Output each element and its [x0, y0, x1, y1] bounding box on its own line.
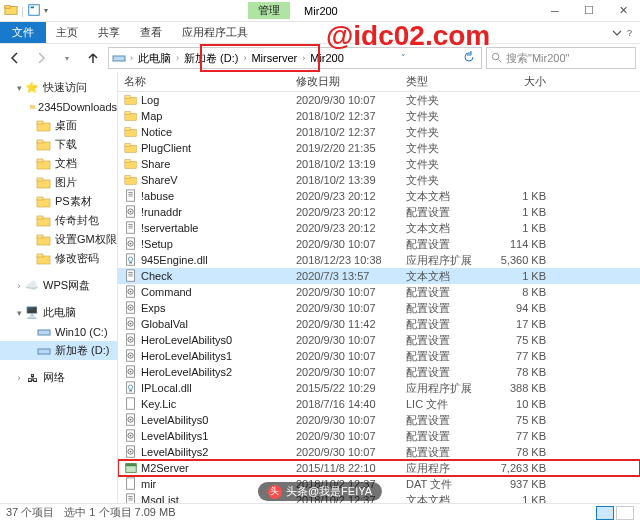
file-size: 10 KB: [486, 398, 566, 410]
file-type: 文件夹: [406, 109, 486, 124]
window-title: Mir200: [300, 5, 342, 17]
main-area: ▾⭐快速访问 2345Downloads桌面下载文档图片PS素材传奇封包设置GM…: [0, 72, 640, 503]
col-name[interactable]: 名称: [118, 74, 296, 89]
tree-item[interactable]: 2345Downloads: [0, 97, 117, 116]
svg-point-68: [130, 323, 132, 325]
file-name: mir: [141, 478, 156, 490]
column-headers[interactable]: 名称 修改日期 类型 大小: [118, 72, 640, 92]
qat-dropdown-icon[interactable]: ▾: [44, 6, 48, 15]
file-row[interactable]: Notice2018/10/2 12:37文件夹: [118, 124, 640, 140]
file-row[interactable]: HeroLevelAbilitys12020/9/30 10:07配置设置77 …: [118, 348, 640, 364]
crumb-mir200[interactable]: Mir200: [306, 52, 348, 64]
tree-item[interactable]: 桌面: [0, 116, 117, 135]
tree-item[interactable]: 设置GM权限: [0, 230, 117, 249]
file-name: LevelAbilitys0: [141, 414, 208, 426]
star-icon: ⭐: [24, 80, 40, 96]
file-row[interactable]: Log2020/9/30 10:07文件夹: [118, 92, 640, 108]
search-box[interactable]: 搜索"Mir200": [486, 47, 636, 69]
tree-item[interactable]: 新加卷 (D:): [0, 341, 117, 360]
col-type[interactable]: 类型: [406, 74, 486, 89]
crumb-pc[interactable]: 此电脑: [134, 51, 175, 66]
file-row[interactable]: Map2018/10/2 12:37文件夹: [118, 108, 640, 124]
file-row[interactable]: ShareV2018/10/2 13:39文件夹: [118, 172, 640, 188]
tree-item[interactable]: 文档: [0, 154, 117, 173]
ribbon-context-tab: 管理: [248, 2, 290, 19]
address-dropdown-icon[interactable]: ˅: [397, 53, 410, 63]
file-row[interactable]: IPLocal.dll2015/5/22 10:29应用程序扩展388 KB: [118, 380, 640, 396]
tab-view[interactable]: 查看: [130, 22, 172, 43]
file-size: 114 KB: [486, 238, 566, 250]
file-row[interactable]: Command2020/9/30 10:07配置设置8 KB: [118, 284, 640, 300]
tab-home[interactable]: 主页: [46, 22, 88, 43]
svg-rect-81: [127, 398, 135, 409]
address-bar[interactable]: › 此电脑 › 新加卷 (D:) › Mirserver › Mir200 ˅: [108, 47, 482, 69]
col-size[interactable]: 大小: [486, 74, 566, 89]
tree-item[interactable]: 传奇封包: [0, 211, 117, 230]
minimize-button[interactable]: ─: [538, 0, 572, 22]
tab-file[interactable]: 文件: [0, 22, 46, 43]
tab-app-tools[interactable]: 应用程序工具: [172, 22, 258, 43]
file-row[interactable]: Key.Lic2018/7/16 14:40LIC 文件10 KB: [118, 396, 640, 412]
tree-wps[interactable]: ›☁️WPS网盘: [0, 276, 117, 295]
tree-item[interactable]: 修改密码: [0, 249, 117, 268]
file-type: 配置设置: [406, 205, 486, 220]
file-name: GlobalVal: [141, 318, 188, 330]
ribbon-expand-icon[interactable]: ?: [603, 22, 640, 43]
file-row[interactable]: GlobalVal2020/9/30 11:42配置设置17 KB: [118, 316, 640, 332]
file-row[interactable]: LevelAbilitys12020/9/30 10:07配置设置77 KB: [118, 428, 640, 444]
folder-icon: [36, 232, 52, 248]
file-date: 2019/2/20 21:35: [296, 142, 406, 154]
back-button[interactable]: [4, 47, 26, 69]
file-row[interactable]: !Setup2020/9/30 10:07配置设置114 KB: [118, 236, 640, 252]
details-view-button[interactable]: [596, 506, 614, 520]
icons-view-button[interactable]: [616, 506, 634, 520]
tree-this-pc[interactable]: ▾🖥️此电脑: [0, 303, 117, 322]
file-row[interactable]: PlugClient2019/2/20 21:35文件夹: [118, 140, 640, 156]
recent-dropdown[interactable]: ▾: [56, 47, 78, 69]
file-date: 2020/9/30 10:07: [296, 94, 406, 106]
svg-rect-3: [30, 6, 34, 8]
col-date[interactable]: 修改日期: [296, 74, 406, 89]
file-row[interactable]: !runaddr2020/9/23 20:12配置设置1 KB: [118, 204, 640, 220]
file-row[interactable]: HeroLevelAbilitys02020/9/30 10:07配置设置75 …: [118, 332, 640, 348]
file-row[interactable]: !abuse2020/9/23 20:12文本文档1 KB: [118, 188, 640, 204]
forward-button[interactable]: [30, 47, 52, 69]
file-row[interactable]: HeroLevelAbilitys22020/9/30 10:07配置设置78 …: [118, 364, 640, 380]
file-list[interactable]: Log2020/9/30 10:07文件夹Map2018/10/2 12:37文…: [118, 92, 640, 503]
file-row[interactable]: LevelAbilitys02020/9/30 10:07配置设置75 KB: [118, 412, 640, 428]
folder-icon: [36, 175, 52, 191]
file-size: 78 KB: [486, 446, 566, 458]
tab-share[interactable]: 共享: [88, 22, 130, 43]
tree-network[interactable]: ›🖧网络: [0, 368, 117, 387]
file-row[interactable]: !servertable2020/9/23 20:12文本文档1 KB: [118, 220, 640, 236]
file-row[interactable]: LevelAbilitys22020/9/30 10:07配置设置78 KB: [118, 444, 640, 460]
svg-rect-93: [127, 478, 135, 489]
navigation-pane[interactable]: ▾⭐快速访问 2345Downloads桌面下载文档图片PS素材传奇封包设置GM…: [0, 72, 118, 503]
up-button[interactable]: [82, 47, 104, 69]
svg-line-6: [498, 59, 501, 62]
folder-icon: [124, 141, 138, 155]
svg-rect-12: [37, 140, 43, 143]
tree-quick-access[interactable]: ▾⭐快速访问: [0, 78, 117, 97]
close-button[interactable]: ✕: [606, 0, 640, 22]
tree-item[interactable]: 图片: [0, 173, 117, 192]
file-size: 1 KB: [486, 494, 566, 503]
tree-item[interactable]: Win10 (C:): [0, 322, 117, 341]
refresh-icon[interactable]: [459, 51, 479, 65]
crumb-drive[interactable]: 新加卷 (D:): [180, 51, 242, 66]
maximize-button[interactable]: ☐: [572, 0, 606, 22]
file-row[interactable]: Check2020/7/3 13:57文本文档1 KB: [118, 268, 640, 284]
crumb-mirserver[interactable]: Mirserver: [247, 52, 301, 64]
file-row[interactable]: 945Engine.dll2018/12/23 10:38应用程序扩展5,360…: [118, 252, 640, 268]
tree-item[interactable]: 下载: [0, 135, 117, 154]
file-date: 2018/10/2 12:37: [296, 126, 406, 138]
folder-icon: [124, 157, 138, 171]
file-row[interactable]: Share2018/10/2 13:19文件夹: [118, 156, 640, 172]
file-row[interactable]: Exps2020/9/30 10:07配置设置94 KB: [118, 300, 640, 316]
tree-item[interactable]: PS素材: [0, 192, 117, 211]
status-bar: 37 个项目 选中 1 个项目 7.09 MB: [0, 503, 640, 521]
file-row[interactable]: M2Server2015/11/8 22:10应用程序7,263 KB: [118, 460, 640, 476]
view-switcher: [596, 506, 634, 520]
properties-icon[interactable]: [27, 3, 41, 19]
folder-icon: [36, 137, 52, 153]
